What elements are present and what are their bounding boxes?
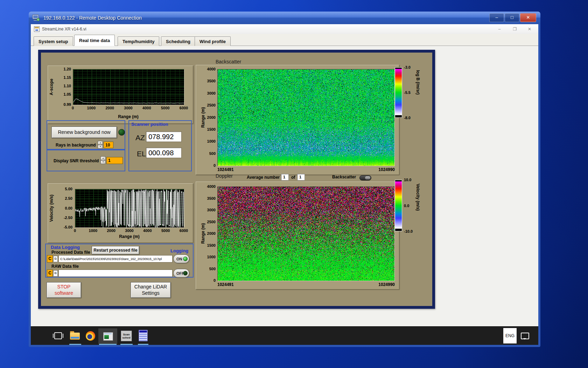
stop-software-button[interactable]: STOP software (47, 282, 81, 298)
open-app-indicator (69, 344, 81, 345)
tick-label: 3000 (124, 106, 132, 110)
data-logging-box: Data Logging Processed Data file Restart… (45, 244, 194, 278)
language-indicator[interactable]: ENG (503, 328, 517, 343)
velocity-plot-canvas (75, 189, 184, 227)
raw-drive-selector[interactable]: C (47, 270, 53, 277)
backscatter-y-ticks: 40003500300025002000150010005000 (204, 69, 216, 165)
tick-label: 0 (74, 229, 76, 233)
azimuth-label: AZ (135, 134, 145, 142)
rdp-window: 192.168.0.122 - Remote Desktop Connectio… (29, 12, 540, 347)
doppler-heatmap-canvas (218, 187, 394, 281)
renew-background-button[interactable]: Renew background now (51, 127, 117, 138)
tab-strip: System setup Real time data Temp/humidit… (31, 34, 538, 46)
doppler-x-start: 1024491 (217, 282, 234, 287)
tick-label: 0.0 (404, 204, 409, 208)
firefox-icon[interactable] (86, 331, 95, 341)
tab-wind-profile[interactable]: Wind profile (195, 36, 231, 46)
raw-logging-toggle[interactable]: OFF (173, 269, 189, 278)
tab-temp-humidity[interactable]: Temp/humidity (118, 36, 159, 46)
tick-label: -2.50 (64, 216, 72, 220)
rdp-close-button[interactable]: ✕ (520, 13, 536, 22)
backscatter-title: Backscatter (216, 59, 241, 64)
processed-logging-toggle[interactable]: ON (173, 254, 189, 263)
tick-label: 2000 (207, 115, 216, 120)
active-app-indicator (99, 344, 117, 345)
tick-label: 5000 (161, 229, 170, 233)
backscatter-toggle-label: Backscatter (332, 175, 356, 179)
tick-label: 10.0 (404, 178, 411, 182)
tick-label: 6000 (180, 106, 188, 110)
backscatter-x-start: 1024491 (217, 167, 234, 172)
tick-label: 2500 (207, 220, 216, 224)
tab-real-time-data[interactable]: Real time data (74, 35, 115, 46)
processed-path-input[interactable]: C:\Lidar\Data\Proc\2023\202309\20230915\… (58, 255, 173, 263)
app-close-button[interactable]: ✕ (524, 26, 535, 32)
task-view-icon[interactable] (54, 332, 62, 339)
snr-decrement-button[interactable]: ▼ (100, 160, 106, 164)
doppler-colorbar-label: Velocity (m/s) (415, 184, 420, 211)
tick-label: 1.10 (64, 84, 71, 88)
azimuth-value: 078.992 (146, 131, 182, 142)
tick-label: 1.15 (64, 75, 71, 80)
tick-label: 0.99 (64, 102, 71, 107)
tab-system-setup[interactable]: System setup (34, 36, 73, 46)
velocity-x-axis-label: Range (m) (75, 234, 184, 239)
doppler-plot (217, 186, 395, 281)
rays-value-input[interactable]: 10 (104, 142, 113, 148)
snr-value-input[interactable]: 1 (106, 157, 123, 164)
tick-label: 4000 (207, 67, 216, 71)
raw-logging-led (183, 271, 188, 275)
doppler-graph-group: Range (m) 400035003000250020001500100050… (196, 182, 399, 289)
tick-label: 1500 (207, 127, 216, 131)
tick-label: 0 (214, 163, 216, 168)
tab-scheduling[interactable]: Scheduling (161, 36, 195, 46)
ascope-x-axis-label: Range (m) (73, 114, 184, 119)
velocity-y-axis-label: Velocity (m/s) (49, 189, 54, 227)
rdp-maximize-button[interactable]: □ (505, 13, 519, 22)
app-window-title: StreamLine XR v14-6.vi (42, 27, 86, 32)
backscatter-display-toggle[interactable] (359, 175, 371, 180)
scanner-position-box: Scanner position AZ 078.992 EL 000.098 (128, 120, 192, 171)
velocity-graph-group: Velocity (m/s) 5.002.500.00-2.50-5.00 01… (48, 183, 193, 243)
ascope-x-ticks: 0100020003000400050006000 (73, 106, 184, 110)
processed-drive-selector[interactable]: C (47, 255, 53, 263)
rays-spinner: ▲ ▼ (98, 141, 103, 149)
raw-browse-icon[interactable]: ⧉ (53, 270, 58, 277)
raw-data-file-label: RAW Data file (51, 264, 79, 269)
app-titlebar: StreamLine XR v14-6.vi – ❐ ✕ (31, 24, 538, 34)
processed-browse-icon[interactable]: ⧉ (53, 256, 58, 262)
file-explorer-icon[interactable] (70, 333, 80, 340)
tick-label: 0.00 (65, 206, 72, 210)
snr-increment-button[interactable]: ▲ (100, 156, 106, 160)
rays-decrement-button[interactable]: ▼ (98, 145, 103, 149)
rdp-minimize-button[interactable]: – (489, 13, 504, 22)
change-lidar-settings-button[interactable]: Change LiDAR Settings (131, 282, 171, 298)
backscatter-colorbar-label: log B (/m/sr) (415, 70, 420, 95)
raw-path-input[interactable] (58, 270, 173, 277)
elevation-value: 000.098 (146, 148, 182, 158)
velocity-plot (75, 189, 184, 228)
snr-threshold-box: Display SNR threshold ▲ ▼ 1 (47, 150, 125, 171)
average-number-input[interactable]: 1 (281, 174, 289, 180)
app-minimize-button[interactable]: – (494, 26, 505, 32)
backscatter-heatmap-canvas (218, 69, 394, 166)
notification-center-icon[interactable] (521, 333, 529, 339)
tick-label: 4000 (142, 106, 151, 110)
app-restore-button[interactable]: ❐ (510, 26, 520, 32)
average-number-label: Average number (247, 175, 280, 180)
restart-processed-file-button[interactable]: Restart processed file (92, 246, 139, 254)
scan-scheduler-icon[interactable]: Scan sched (121, 330, 132, 341)
scanner-position-title: Scanner position (131, 122, 168, 127)
average-total-input[interactable]: 1 (297, 174, 305, 180)
tick-label: 4000 (143, 229, 152, 233)
tick-label: 1.05 (64, 92, 71, 96)
ascope-graph-group: A-scope 1.201.151.101.050.99 01000200030… (48, 66, 193, 124)
processed-data-file-label: Processed Data file (51, 250, 90, 255)
tick-label: 1500 (207, 243, 216, 247)
active-app-taskbar-tile[interactable] (98, 328, 117, 344)
tick-label: -10.0 (404, 229, 413, 233)
tick-label: 3500 (207, 196, 216, 200)
rays-increment-button[interactable]: ▲ (98, 141, 103, 145)
tick-label: 1000 (87, 106, 96, 110)
week-schedule-icon[interactable] (139, 330, 148, 341)
